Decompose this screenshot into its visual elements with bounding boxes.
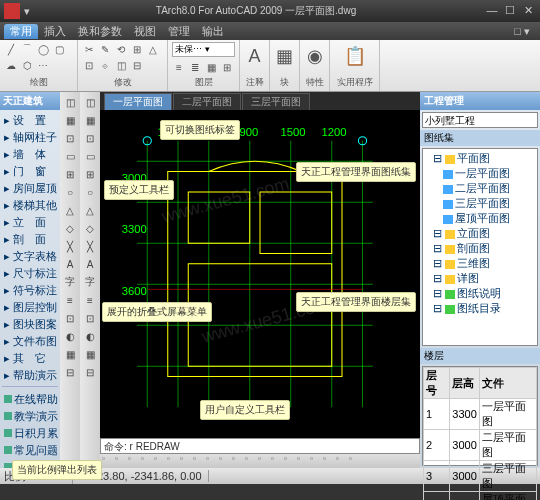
tree-item[interactable]: 一层平面图 — [425, 166, 535, 181]
table-row[interactable]: 13300一层平面图 — [424, 399, 537, 430]
tool-button[interactable]: ▫ — [219, 454, 231, 466]
tool-button[interactable]: ▫ — [102, 454, 114, 466]
tool-button[interactable]: ▫ — [245, 454, 257, 466]
tool-button[interactable]: ○ — [82, 184, 98, 200]
close-button[interactable]: ✕ — [520, 4, 536, 18]
ribbon-icon[interactable]: ⊟ — [130, 58, 144, 72]
ribbon-icon[interactable]: ▢ — [52, 42, 66, 56]
command-line[interactable]: 命令: r REDRAW — [100, 438, 420, 454]
ribbon-icon[interactable]: ╱ — [4, 42, 18, 56]
ribbon-icon[interactable]: ⊞ — [220, 60, 234, 74]
tool-button[interactable]: ▫ — [297, 454, 309, 466]
tool-button[interactable]: ▦ — [62, 346, 78, 362]
tool-button[interactable]: ▫ — [323, 454, 335, 466]
drawing-tree[interactable]: ⊟ 平面图一层平面图二层平面图三层平面图屋顶平面图⊟ 立面图⊟ 剖面图⊟ 三维图… — [422, 148, 538, 346]
sidebar-item[interactable]: ▸ 帮助演示 — [2, 367, 58, 384]
sidebar-item[interactable]: ▸ 文字表格 — [2, 248, 58, 265]
ribbon-icon[interactable]: ≡ — [172, 60, 186, 74]
tool-button[interactable]: ▦ — [82, 346, 98, 362]
tool-button[interactable]: ◇ — [62, 220, 78, 236]
tree-item[interactable]: 二层平面图 — [425, 181, 535, 196]
tree-item[interactable]: ⊟ 平面图 — [425, 151, 535, 166]
tab-0[interactable]: 一层平面图 — [104, 93, 172, 110]
tool-button[interactable]: ⊡ — [82, 310, 98, 326]
tool-button[interactable]: ▫ — [336, 454, 348, 466]
tool-button[interactable]: ▫ — [141, 454, 153, 466]
minimize-button[interactable]: — — [484, 4, 500, 18]
tool-button[interactable]: ⊡ — [82, 130, 98, 146]
ribbon-icon[interactable]: ⋯ — [36, 58, 50, 72]
tool-button[interactable]: ▫ — [258, 454, 270, 466]
tree-item[interactable]: ⊟ 详图 — [425, 271, 535, 286]
tool-button[interactable]: ▭ — [62, 148, 78, 164]
tree-item[interactable]: ⊟ 三维图 — [425, 256, 535, 271]
tree-item[interactable]: 屋顶平面图 — [425, 211, 535, 226]
sidebar-item[interactable]: ▸ 设 置 — [2, 112, 58, 129]
sidebar-item[interactable]: ▸ 立 面 — [2, 214, 58, 231]
tool-button[interactable]: ⊡ — [62, 310, 78, 326]
sidebar-item[interactable]: ▸ 房间屋顶 — [2, 180, 58, 197]
tool-button[interactable]: ⊞ — [82, 166, 98, 182]
tree-item[interactable]: ⊟ 剖面图 — [425, 241, 535, 256]
tool-button[interactable]: ▭ — [82, 148, 98, 164]
section-floors[interactable]: 楼层 — [420, 348, 540, 364]
sidebar-item[interactable]: ▸ 图层控制 — [2, 299, 58, 316]
menu-tab-4[interactable]: 管理 — [162, 24, 196, 39]
tool-button[interactable]: ▫ — [206, 454, 218, 466]
tool-button[interactable]: ▫ — [115, 454, 127, 466]
tool-button[interactable]: ≡ — [62, 292, 78, 308]
ribbon-icon[interactable]: ≣ — [188, 60, 202, 74]
tool-button[interactable]: 字 — [82, 274, 98, 290]
tab-2[interactable]: 三层平面图 — [242, 93, 310, 110]
ribbon-icon[interactable]: ☁ — [4, 58, 18, 72]
project-combo[interactable]: 小列墅工程 — [422, 112, 538, 128]
tool-button[interactable]: ▦ — [62, 112, 78, 128]
ribbon-icon[interactable]: ✎ — [98, 42, 112, 56]
ribbon-icon[interactable]: ⌒ — [20, 42, 34, 56]
properties-button[interactable]: ◉ — [301, 42, 329, 70]
annotate-button[interactable]: A — [241, 42, 269, 70]
tool-button[interactable]: ≡ — [82, 292, 98, 308]
tool-button[interactable]: A — [82, 256, 98, 272]
ribbon-icon[interactable]: ⟲ — [114, 42, 128, 56]
menu-tab-5[interactable]: 输出 — [196, 24, 230, 39]
tool-button[interactable]: △ — [82, 202, 98, 218]
sidebar-item[interactable]: ▸ 符号标注 — [2, 282, 58, 299]
tool-button[interactable]: ▫ — [128, 454, 140, 466]
tree-item[interactable]: ⊟ 图纸目录 — [425, 301, 535, 316]
utilities-button[interactable]: 📋 — [341, 42, 369, 70]
sidebar-item[interactable]: ▸ 门 窗 — [2, 163, 58, 180]
ribbon-icon[interactable]: ⊡ — [82, 58, 96, 72]
layer-combo[interactable]: 未保⋯ ▾ — [172, 42, 235, 57]
tool-button[interactable]: ▦ — [82, 112, 98, 128]
tool-button[interactable]: ○ — [62, 184, 78, 200]
sidebar-item[interactable]: ▸ 剖 面 — [2, 231, 58, 248]
sidebar-item[interactable]: ▸ 楼梯其他 — [2, 197, 58, 214]
tool-button[interactable]: ◫ — [82, 94, 98, 110]
tool-button[interactable]: ⊡ — [62, 130, 78, 146]
tool-button[interactable]: ◐ — [82, 328, 98, 344]
section-drawings[interactable]: 图纸集 — [420, 130, 540, 146]
ribbon-icon[interactable]: ✂ — [82, 42, 96, 56]
tool-button[interactable]: ▫ — [154, 454, 166, 466]
ribbon-icon[interactable]: ⟐ — [98, 58, 112, 72]
tool-button[interactable]: ╳ — [82, 238, 98, 254]
ribbon-icon[interactable]: ◫ — [114, 58, 128, 72]
tool-button[interactable]: A — [62, 256, 78, 272]
block-button[interactable]: ▦ — [271, 42, 299, 70]
floor-table[interactable]: 层号层高文件13300一层平面图23000二层平面图33000三层平面图4200… — [422, 366, 538, 466]
sidebar-item[interactable]: 日积月累 — [2, 425, 58, 442]
tree-item[interactable]: ⊟ 图纸说明 — [425, 286, 535, 301]
tool-button[interactable]: ▫ — [180, 454, 192, 466]
sidebar-item[interactable]: ▸ 文件布图 — [2, 333, 58, 350]
menu-search[interactable]: □ ▾ — [508, 25, 536, 38]
drawing-area[interactable]: 一层平面图 二层平面图 三层平面图 — [100, 92, 420, 468]
sidebar-item[interactable]: 常见问题 — [2, 442, 58, 459]
tab-1[interactable]: 二层平面图 — [173, 93, 241, 110]
tool-button[interactable]: ▫ — [271, 454, 283, 466]
sidebar-item[interactable]: ▸ 图块图案 — [2, 316, 58, 333]
ribbon-icon[interactable]: △ — [146, 42, 160, 56]
tool-button[interactable]: ▫ — [167, 454, 179, 466]
ribbon-icon[interactable]: ▦ — [204, 60, 218, 74]
sidebar-item[interactable]: 教学演示 — [2, 408, 58, 425]
